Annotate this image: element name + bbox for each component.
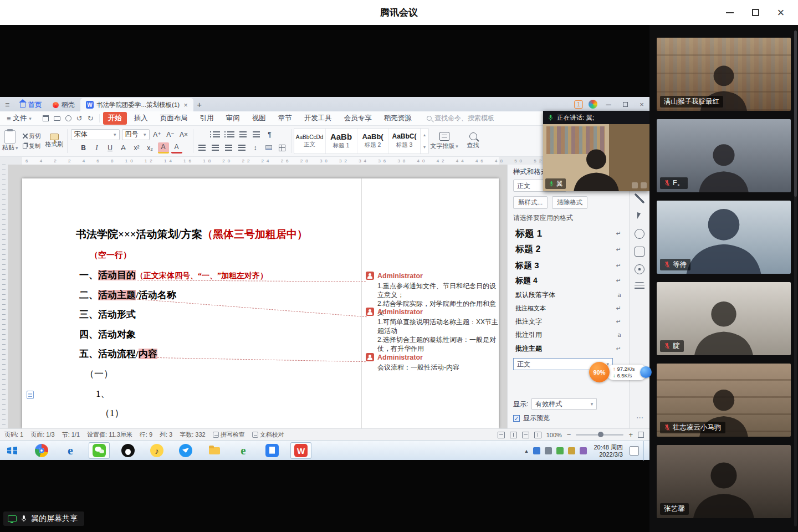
participant-video[interactable]: 张艺馨 <box>657 445 791 518</box>
font-color-button[interactable]: A <box>171 142 182 154</box>
network-widget[interactable]: 90% ↑ 97.2K/s ↓ 6.5K/s <box>589 362 647 382</box>
align-left-button[interactable] <box>197 142 208 154</box>
grow-font-button[interactable]: A⁺ <box>152 129 163 140</box>
redo-icon[interactable]: ↻ <box>88 114 94 122</box>
edit-pen-icon[interactable] <box>635 193 644 203</box>
comment-3[interactable]: Administrator 会议流程：一般性活动-内容 <box>366 353 500 372</box>
style-item[interactable]: 批注框文本↵ <box>508 301 629 315</box>
zoom-value[interactable]: 100% <box>546 432 562 438</box>
tray-icon[interactable] <box>533 447 540 454</box>
tab-list-icon[interactable]: ≡ <box>0 98 14 111</box>
clear-format-button[interactable]: A× <box>178 129 190 140</box>
zoom-out-button[interactable]: − <box>567 431 571 439</box>
copy-button[interactable]: 复制 <box>23 142 40 150</box>
participant-video[interactable]: F。 <box>657 119 791 192</box>
new-tab-button[interactable]: + <box>193 98 206 111</box>
notification-center-icon[interactable] <box>630 446 639 456</box>
wps-maximize-icon[interactable] <box>620 100 631 109</box>
tray-icon[interactable] <box>556 447 564 454</box>
participant-video[interactable]: 壮志凌云小马驹 <box>657 364 791 437</box>
taskbar-dingtalk[interactable] <box>175 442 196 459</box>
start-button[interactable] <box>0 441 24 461</box>
ribbon-tab-developer[interactable]: 开发工具 <box>299 112 337 125</box>
view-mode-web-icon[interactable] <box>522 432 529 438</box>
style-item[interactable]: 批注主题↵ <box>508 341 629 356</box>
borders-button[interactable] <box>277 142 288 154</box>
overlay-restore-icon[interactable] <box>632 182 638 188</box>
update-badge[interactable]: 1 <box>574 100 583 109</box>
tray-icon[interactable] <box>580 447 587 454</box>
wps-minimize-icon[interactable]: ─ <box>603 100 614 109</box>
text-layout-tool[interactable]: 文字排版▾ <box>430 126 459 156</box>
taskbar-music[interactable]: ♪ <box>146 442 167 459</box>
shading-button[interactable] <box>263 142 274 154</box>
account-avatar[interactable] <box>589 100 597 109</box>
bold-button[interactable]: B <box>78 142 89 154</box>
paragraph-mark-button[interactable]: ¶ <box>264 129 275 140</box>
vertical-ruler[interactable] <box>0 165 8 428</box>
italic-button[interactable]: I <box>91 142 103 154</box>
tray-icon[interactable] <box>545 447 552 454</box>
style-item[interactable]: 默认段落字体a <box>508 288 629 301</box>
ribbon-tab-page-layout[interactable]: 页面布局 <box>155 112 193 125</box>
tool-circle-icon[interactable] <box>635 229 644 239</box>
new-style-button[interactable]: 新样式... <box>513 196 548 209</box>
close-button[interactable]: × <box>768 0 794 25</box>
clear-format-button[interactable]: 清除格式 <box>552 196 587 209</box>
view-mode-read-icon[interactable] <box>498 432 505 438</box>
participant-video[interactable]: 腚 <box>657 282 791 355</box>
speaker-video-overlay[interactable]: 正在讲话: 翼; 翼 <box>543 111 649 191</box>
line-spacing-button[interactable]: ↕ <box>250 142 261 154</box>
zoom-slider[interactable] <box>576 434 623 436</box>
superscript-button[interactable]: x² <box>131 142 142 154</box>
taskbar-ie[interactable]: e <box>233 442 254 459</box>
style-item[interactable]: 标题 2↵ <box>508 242 629 258</box>
tray-icon[interactable] <box>568 447 575 454</box>
ribbon-tab-section[interactable]: 章节 <box>273 112 297 125</box>
style-gallery-scroll[interactable]: ▴ ▾ <box>421 129 428 154</box>
font-name-select[interactable]: 宋体▾ <box>71 129 120 140</box>
tool-square-icon[interactable] <box>635 247 644 257</box>
decrease-indent-button[interactable] <box>238 129 249 140</box>
tool-lines-icon[interactable] <box>635 282 644 290</box>
participant-video[interactable]: 等待 <box>657 201 791 274</box>
tool-target-icon[interactable] <box>635 264 644 274</box>
zoom-in-button[interactable]: + <box>628 431 633 439</box>
cut-button[interactable]: 剪切 <box>23 132 41 140</box>
overlay-expand-icon[interactable] <box>641 182 647 188</box>
ribbon-tab-member[interactable]: 会员专享 <box>339 112 377 125</box>
fullscreen-icon[interactable] <box>638 432 644 438</box>
tab-document[interactable]: W 书法学院团委学...策划模板(1) × <box>80 98 193 111</box>
taskbar-edge[interactable]: e <box>60 442 81 459</box>
minimize-button[interactable] <box>717 0 743 25</box>
tab-docer[interactable]: 稻壳 <box>47 98 80 111</box>
align-right-button[interactable] <box>223 142 234 154</box>
highlight-color-button[interactable]: A <box>158 142 169 154</box>
underline-button[interactable]: U <box>105 142 116 154</box>
sidebar-scrollbar[interactable] <box>794 30 797 526</box>
tab-close-icon[interactable]: × <box>183 101 188 109</box>
tray-expand-icon[interactable]: ▲ <box>524 448 529 454</box>
show-filter-select[interactable]: 有效样式▾ <box>531 398 597 410</box>
wps-close-icon[interactable]: × <box>636 100 647 109</box>
select-cursor-icon[interactable] <box>635 211 644 221</box>
number-list-button[interactable] <box>223 129 236 140</box>
bullet-list-button[interactable] <box>209 129 221 140</box>
show-desktop-button[interactable] <box>643 441 647 461</box>
view-mode-outline-icon[interactable] <box>534 432 541 438</box>
style-item[interactable]: 标题 1↵ <box>508 225 629 242</box>
ribbon-tab-references[interactable]: 引用 <box>195 112 219 125</box>
comment-2[interactable]: Administrator 1.可简单直接说明活动名称主题：XX节主题活动2.选… <box>366 308 500 353</box>
command-search[interactable]: 查找命令、搜索模板 <box>427 114 494 123</box>
strikethrough-button[interactable]: A <box>118 142 129 154</box>
taskbar-docs[interactable] <box>262 442 283 459</box>
find-tool[interactable]: 查找 <box>459 126 488 156</box>
view-mode-print-icon[interactable] <box>510 432 517 438</box>
style-normal[interactable]: AaBbCcDd 正文 <box>294 129 326 154</box>
style-heading3[interactable]: AaBbC( 标题 3 <box>389 129 421 154</box>
style-heading1[interactable]: AaBb 标题 1 <box>326 129 357 154</box>
clock[interactable]: 20:48 周四 2022/3/3 <box>594 444 623 458</box>
subscript-button[interactable]: x₂ <box>145 142 156 154</box>
more-tools-icon[interactable]: ⋯ <box>630 413 649 422</box>
print-preview-icon[interactable] <box>65 115 71 121</box>
